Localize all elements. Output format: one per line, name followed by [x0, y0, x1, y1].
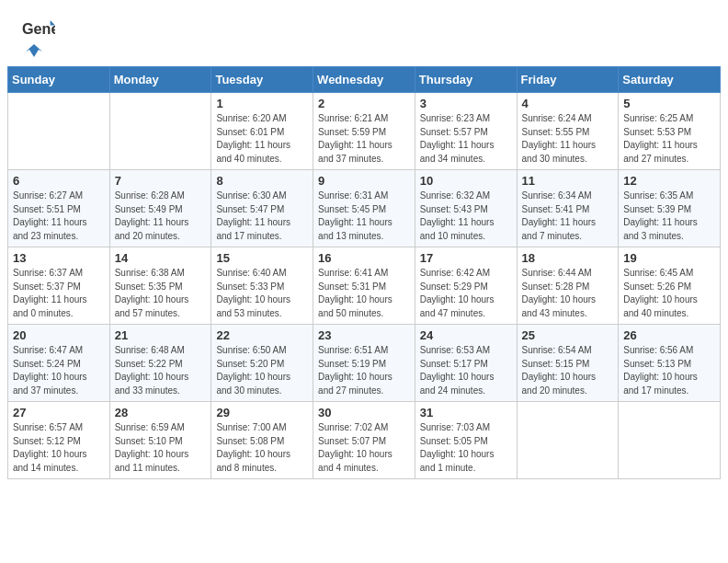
day-info: Sunrise: 6:35 AM Sunset: 5:39 PM Dayligh… — [623, 190, 715, 243]
weekday-header-monday: Monday — [109, 67, 211, 93]
calendar-cell — [109, 93, 211, 170]
calendar-cell: 8Sunrise: 6:30 AM Sunset: 5:47 PM Daylig… — [211, 170, 313, 247]
day-info: Sunrise: 6:56 AM Sunset: 5:13 PM Dayligh… — [623, 344, 715, 397]
weekday-header-saturday: Saturday — [619, 67, 721, 93]
day-number: 29 — [216, 406, 308, 419]
calendar-cell: 16Sunrise: 6:41 AM Sunset: 5:31 PM Dayli… — [313, 247, 415, 325]
calendar-cell: 7Sunrise: 6:28 AM Sunset: 5:49 PM Daylig… — [109, 170, 211, 247]
calendar-cell: 21Sunrise: 6:48 AM Sunset: 5:22 PM Dayli… — [109, 325, 211, 402]
calendar-cell — [8, 93, 110, 170]
day-number: 31 — [420, 406, 512, 419]
day-number: 11 — [522, 174, 614, 188]
calendar-cell: 26Sunrise: 6:56 AM Sunset: 5:13 PM Dayli… — [619, 325, 721, 402]
calendar-cell: 1Sunrise: 6:20 AM Sunset: 6:01 PM Daylig… — [211, 93, 313, 170]
day-number: 26 — [623, 328, 715, 342]
day-number: 13 — [13, 251, 105, 265]
day-number: 3 — [420, 97, 512, 110]
calendar-cell: 23Sunrise: 6:51 AM Sunset: 5:19 PM Dayli… — [313, 325, 415, 402]
calendar-cell: 25Sunrise: 6:54 AM Sunset: 5:15 PM Dayli… — [517, 325, 619, 402]
day-number: 25 — [522, 328, 614, 342]
calendar-cell: 19Sunrise: 6:45 AM Sunset: 5:26 PM Dayli… — [619, 247, 721, 325]
day-info: Sunrise: 6:44 AM Sunset: 5:28 PM Dayligh… — [522, 267, 614, 320]
day-number: 30 — [318, 406, 410, 419]
day-number: 15 — [216, 251, 308, 265]
day-number: 7 — [115, 174, 207, 188]
calendar-cell: 29Sunrise: 7:00 AM Sunset: 5:08 PM Dayli… — [211, 402, 313, 479]
calendar-cell: 3Sunrise: 6:23 AM Sunset: 5:57 PM Daylig… — [415, 93, 517, 170]
calendar-cell: 22Sunrise: 6:50 AM Sunset: 5:20 PM Dayli… — [211, 325, 313, 402]
day-info: Sunrise: 6:42 AM Sunset: 5:29 PM Dayligh… — [420, 267, 512, 320]
day-info: Sunrise: 6:34 AM Sunset: 5:41 PM Dayligh… — [522, 190, 614, 243]
day-info: Sunrise: 6:28 AM Sunset: 5:49 PM Dayligh… — [115, 190, 207, 243]
day-info: Sunrise: 6:41 AM Sunset: 5:31 PM Dayligh… — [318, 267, 410, 320]
day-number: 24 — [420, 328, 512, 342]
day-number: 20 — [13, 328, 105, 342]
day-number: 12 — [623, 174, 715, 188]
day-number: 16 — [318, 251, 410, 265]
logo-icon: General — [22, 17, 55, 42]
day-number: 5 — [623, 97, 715, 110]
week-row-5: 27Sunrise: 6:57 AM Sunset: 5:12 PM Dayli… — [8, 402, 721, 479]
day-number: 4 — [522, 97, 614, 110]
weekday-header-tuesday: Tuesday — [211, 67, 313, 93]
day-number: 27 — [13, 406, 105, 419]
week-row-3: 13Sunrise: 6:37 AM Sunset: 5:37 PM Dayli… — [8, 247, 721, 325]
day-number: 9 — [318, 174, 410, 188]
day-info: Sunrise: 6:37 AM Sunset: 5:37 PM Dayligh… — [13, 267, 105, 320]
week-row-2: 6Sunrise: 6:27 AM Sunset: 5:51 PM Daylig… — [8, 170, 721, 247]
day-info: Sunrise: 6:53 AM Sunset: 5:17 PM Dayligh… — [420, 344, 512, 397]
weekday-header-friday: Friday — [517, 67, 619, 93]
calendar-cell: 20Sunrise: 6:47 AM Sunset: 5:24 PM Dayli… — [8, 325, 110, 402]
calendar-cell: 28Sunrise: 6:59 AM Sunset: 5:10 PM Dayli… — [109, 402, 211, 479]
weekday-header-row: SundayMondayTuesdayWednesdayThursdayFrid… — [8, 67, 721, 93]
day-info: Sunrise: 6:54 AM Sunset: 5:15 PM Dayligh… — [522, 344, 614, 397]
day-number: 18 — [522, 251, 614, 265]
calendar-cell: 11Sunrise: 6:34 AM Sunset: 5:41 PM Dayli… — [517, 170, 619, 247]
calendar-cell: 18Sunrise: 6:44 AM Sunset: 5:28 PM Dayli… — [517, 247, 619, 325]
calendar-cell: 12Sunrise: 6:35 AM Sunset: 5:39 PM Dayli… — [619, 170, 721, 247]
day-info: Sunrise: 6:48 AM Sunset: 5:22 PM Dayligh… — [115, 344, 207, 397]
day-info: Sunrise: 6:47 AM Sunset: 5:24 PM Dayligh… — [13, 344, 105, 397]
day-info: Sunrise: 6:31 AM Sunset: 5:45 PM Dayligh… — [318, 190, 410, 243]
day-info: Sunrise: 7:02 AM Sunset: 5:07 PM Dayligh… — [318, 421, 410, 475]
day-number: 17 — [420, 251, 512, 265]
day-number: 21 — [115, 328, 207, 342]
day-number: 22 — [216, 328, 308, 342]
day-info: Sunrise: 6:59 AM Sunset: 5:10 PM Dayligh… — [115, 421, 207, 475]
calendar-cell: 2Sunrise: 6:21 AM Sunset: 5:59 PM Daylig… — [313, 93, 415, 170]
page-header: General — [0, 0, 728, 66]
day-info: Sunrise: 6:50 AM Sunset: 5:20 PM Dayligh… — [216, 344, 308, 397]
calendar-table: SundayMondayTuesdayWednesdayThursdayFrid… — [7, 66, 721, 479]
calendar-cell: 31Sunrise: 7:03 AM Sunset: 5:05 PM Dayli… — [415, 402, 517, 479]
calendar-cell: 14Sunrise: 6:38 AM Sunset: 5:35 PM Dayli… — [109, 247, 211, 325]
week-row-1: 1Sunrise: 6:20 AM Sunset: 6:01 PM Daylig… — [8, 93, 721, 170]
day-info: Sunrise: 6:23 AM Sunset: 5:57 PM Dayligh… — [420, 112, 512, 166]
calendar-cell: 30Sunrise: 7:02 AM Sunset: 5:07 PM Dayli… — [313, 402, 415, 479]
calendar-cell: 24Sunrise: 6:53 AM Sunset: 5:17 PM Dayli… — [415, 325, 517, 402]
day-number: 14 — [115, 251, 207, 265]
weekday-header-sunday: Sunday — [8, 67, 110, 93]
day-info: Sunrise: 6:51 AM Sunset: 5:19 PM Dayligh… — [318, 344, 410, 397]
weekday-header-thursday: Thursday — [415, 67, 517, 93]
calendar-cell — [619, 402, 721, 479]
day-number: 28 — [115, 406, 207, 419]
day-info: Sunrise: 6:30 AM Sunset: 5:47 PM Dayligh… — [216, 190, 308, 243]
day-info: Sunrise: 7:03 AM Sunset: 5:05 PM Dayligh… — [420, 421, 512, 475]
day-info: Sunrise: 6:20 AM Sunset: 6:01 PM Dayligh… — [216, 112, 308, 166]
day-info: Sunrise: 6:38 AM Sunset: 5:35 PM Dayligh… — [115, 267, 207, 320]
day-info: Sunrise: 6:40 AM Sunset: 5:33 PM Dayligh… — [216, 267, 308, 320]
calendar-cell: 6Sunrise: 6:27 AM Sunset: 5:51 PM Daylig… — [8, 170, 110, 247]
calendar-cell: 9Sunrise: 6:31 AM Sunset: 5:45 PM Daylig… — [313, 170, 415, 247]
day-info: Sunrise: 6:45 AM Sunset: 5:26 PM Dayligh… — [623, 267, 715, 320]
day-info: Sunrise: 7:00 AM Sunset: 5:08 PM Dayligh… — [216, 421, 308, 475]
logo: General — [22, 17, 55, 59]
day-info: Sunrise: 6:25 AM Sunset: 5:53 PM Dayligh… — [623, 112, 715, 166]
calendar-cell: 17Sunrise: 6:42 AM Sunset: 5:29 PM Dayli… — [415, 247, 517, 325]
day-number: 2 — [318, 97, 410, 110]
calendar-cell: 4Sunrise: 6:24 AM Sunset: 5:55 PM Daylig… — [517, 93, 619, 170]
day-info: Sunrise: 6:32 AM Sunset: 5:43 PM Dayligh… — [420, 190, 512, 243]
day-number: 8 — [216, 174, 308, 188]
day-info: Sunrise: 6:21 AM Sunset: 5:59 PM Dayligh… — [318, 112, 410, 166]
calendar-cell: 27Sunrise: 6:57 AM Sunset: 5:12 PM Dayli… — [8, 402, 110, 479]
calendar-cell: 10Sunrise: 6:32 AM Sunset: 5:43 PM Dayli… — [415, 170, 517, 247]
